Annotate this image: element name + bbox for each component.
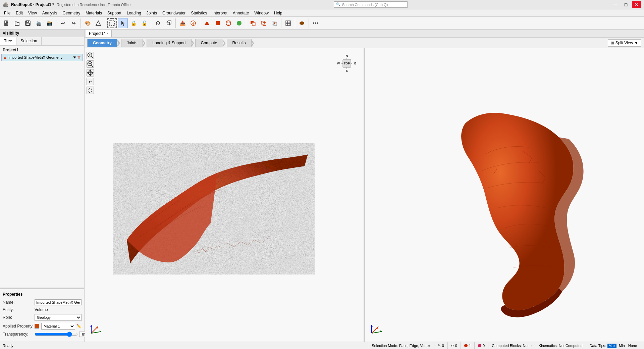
subtract-button[interactable]: [248, 18, 258, 28]
union-button[interactable]: [259, 18, 269, 28]
workflow-step-compute[interactable]: Compute: [195, 39, 223, 47]
menubar: File Edit View Analysis Geometry Materia…: [0, 9, 644, 17]
menu-groundwater[interactable]: Groundwater: [160, 9, 188, 17]
kinematics-label: Kinematics: Not Computed: [539, 344, 583, 348]
print-button[interactable]: 🖨️: [34, 18, 44, 28]
shape3-button[interactable]: [223, 18, 233, 28]
prop-name-label: Name:: [3, 300, 35, 305]
menu-view[interactable]: View: [25, 9, 40, 17]
svg-point-30: [317, 22, 318, 23]
menu-support[interactable]: Support: [105, 9, 124, 17]
left-viewport-compass: TOP N S E W: [337, 53, 357, 73]
close-button[interactable]: ✕: [632, 1, 641, 8]
edit-material-icon[interactable]: ✏️: [76, 324, 82, 329]
viewports: ↩ ↗↙ ↘↖ TOP: [85, 48, 644, 342]
tab-selection[interactable]: Selection: [16, 37, 41, 45]
visibility-icon[interactable]: 👁: [72, 55, 76, 60]
workflow-step-geometry[interactable]: Geometry: [87, 39, 117, 47]
select-mode-button[interactable]: [118, 18, 128, 28]
save-button[interactable]: [23, 18, 33, 28]
open-button[interactable]: [12, 18, 22, 28]
mode-button[interactable]: [93, 18, 103, 28]
tab-tree[interactable]: Tree: [0, 37, 16, 45]
toolbar-sep-4: [151, 18, 151, 28]
export-button[interactable]: [188, 18, 198, 28]
file-tab-project1[interactable]: Project1* ×: [86, 30, 112, 37]
workflow-step-joints[interactable]: Joints: [121, 39, 143, 47]
color-button[interactable]: 🎨: [83, 18, 93, 28]
delete-icon[interactable]: 🗑: [77, 55, 81, 60]
menu-loading[interactable]: Loading: [124, 9, 144, 17]
status-count-1: ↖ 0: [434, 342, 447, 349]
rotate-button[interactable]: [153, 18, 163, 28]
search-icon: 🔍: [336, 2, 341, 7]
tree-content: Project1 ▲ Imported ShapeMetriX Geometry…: [0, 46, 84, 168]
workflow-step-loading[interactable]: Loading & Support: [147, 39, 191, 47]
svg-marker-59: [90, 325, 92, 327]
split-view-button[interactable]: ⊞ Split View ▼: [608, 39, 641, 47]
menu-geometry[interactable]: Geometry: [60, 9, 83, 17]
pan-button[interactable]: [87, 69, 94, 77]
count-1-value: 0: [442, 344, 444, 348]
toolbar-sep-7: [246, 18, 246, 28]
data-tips-none[interactable]: None: [627, 344, 638, 348]
transparency-slider[interactable]: [35, 332, 78, 337]
new-button[interactable]: [1, 18, 11, 28]
data-tips-min[interactable]: Min: [618, 344, 626, 348]
file-tab-close[interactable]: ×: [107, 32, 109, 36]
selection-mode-label: Selection Mode: Face, Edge, Vertex: [372, 344, 431, 348]
data-tips-max[interactable]: Max: [607, 344, 616, 348]
menu-annotate[interactable]: Annotate: [230, 9, 252, 17]
svg-marker-43: [92, 72, 93, 74]
lock-button[interactable]: 🔒: [128, 18, 139, 28]
content-area: Project1* × Geometry Joints Loading & Su…: [85, 30, 644, 342]
workflow-bar: Geometry Joints Loading & Support Comput…: [85, 38, 644, 48]
import-button[interactable]: 📥: [177, 18, 187, 28]
shape2-button[interactable]: [213, 18, 223, 28]
menu-materials[interactable]: Materials: [83, 9, 105, 17]
undo-view-button[interactable]: ↩: [87, 78, 94, 85]
search-box[interactable]: 🔍 Search Commands (Ctrl+Q): [334, 1, 408, 8]
svg-rect-11: [216, 21, 220, 25]
intersect-button[interactable]: [269, 18, 279, 28]
menu-statistics[interactable]: Statistics: [188, 9, 210, 17]
snapshot-button[interactable]: 📸: [44, 18, 54, 28]
left-viewport[interactable]: ↩ ↗↙ ↘↖ TOP: [85, 48, 364, 342]
edge-icon: ⟨⟩: [451, 344, 454, 347]
menu-analysis[interactable]: Analysis: [40, 9, 60, 17]
svg-text:W: W: [337, 62, 340, 65]
zoom-out-button[interactable]: [87, 60, 94, 68]
right-viewport[interactable]: [364, 48, 644, 342]
prop-applied-select[interactable]: Material 1: [41, 323, 75, 330]
menu-window[interactable]: Window: [252, 9, 271, 17]
undo-button[interactable]: ↩: [58, 18, 68, 28]
resize-button[interactable]: ↗↙ ↘↖: [87, 87, 94, 94]
redo-button[interactable]: ↪: [69, 18, 79, 28]
rock-shape-right: [438, 104, 586, 332]
svg-marker-55: [96, 327, 98, 329]
visibility-tabs: Tree Selection: [0, 37, 84, 46]
more-button[interactable]: [311, 18, 321, 28]
menu-interpret[interactable]: Interpret: [210, 9, 230, 17]
menu-edit[interactable]: Edit: [13, 9, 25, 17]
prop-name-input[interactable]: [35, 299, 82, 305]
shape4-button[interactable]: [234, 18, 244, 28]
prop-role-select[interactable]: Geology: [35, 314, 82, 321]
table-button[interactable]: [283, 18, 293, 28]
shape1-button[interactable]: [202, 18, 212, 28]
workflow-step-results[interactable]: Results: [227, 39, 252, 47]
unlock-button[interactable]: 🔓: [139, 18, 149, 28]
svg-line-36: [92, 65, 93, 67]
zoom-fit-button[interactable]: [87, 52, 94, 59]
minimize-button[interactable]: ─: [610, 1, 620, 8]
prop-role-row: Role: Geology: [3, 314, 82, 321]
rock-button[interactable]: [297, 18, 307, 28]
maximize-button[interactable]: □: [621, 1, 631, 8]
tree-item-geometry[interactable]: ▲ Imported ShapeMetriX Geometry 👁 🗑: [1, 54, 83, 61]
select-box-button[interactable]: [107, 18, 117, 28]
menu-help[interactable]: Help: [271, 9, 285, 17]
menu-joints[interactable]: Joints: [144, 9, 160, 17]
menu-file[interactable]: File: [1, 9, 13, 17]
titlebar-title: RocSlope3 - Project1 *: [11, 2, 54, 7]
extrude-button[interactable]: [164, 18, 174, 28]
